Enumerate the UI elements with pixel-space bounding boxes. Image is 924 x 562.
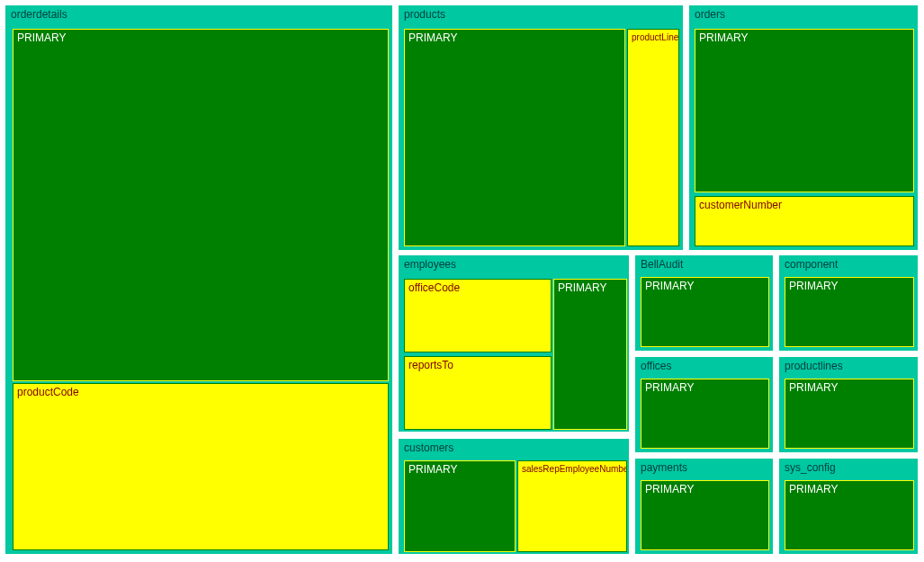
index-label: PRIMARY [408, 31, 457, 44]
table-label: offices [641, 360, 671, 372]
table-label: productlines [785, 360, 843, 372]
index-primary[interactable]: PRIMARY [13, 29, 389, 381]
table-orderdetails[interactable]: orderdetails PRIMARY productCode [4, 4, 394, 556]
index-label: PRIMARY [699, 31, 748, 44]
index-label: productCode [17, 386, 79, 398]
table-customers[interactable]: customers PRIMARY salesRepEmployeeNumber [397, 437, 631, 556]
table-label: sys_config [785, 461, 836, 474]
table-label: customers [404, 442, 453, 454]
index-customernumber[interactable]: customerNumber [695, 196, 914, 246]
index-label: reportsTo [408, 359, 453, 371]
index-primary[interactable]: PRIMARY [641, 277, 769, 347]
index-label: PRIMARY [645, 483, 694, 495]
index-salesrepemployeenumber[interactable]: salesRepEmployeeNumber [517, 460, 627, 552]
table-productlines[interactable]: productlines PRIMARY [777, 355, 920, 454]
table-label: employees [404, 258, 456, 271]
index-reportsto[interactable]: reportsTo [404, 356, 552, 430]
index-label: PRIMARY [789, 483, 838, 495]
index-primary[interactable]: PRIMARY [404, 460, 516, 552]
index-label: PRIMARY [17, 31, 66, 44]
index-label: salesRepEmployeeNumber [522, 463, 627, 476]
table-label: orders [695, 8, 725, 21]
table-employees[interactable]: employees officeCode reportsTo PRIMARY [397, 254, 631, 433]
index-label: PRIMARY [789, 381, 838, 394]
table-label: BellAudit [641, 258, 683, 271]
table-offices[interactable]: offices PRIMARY [633, 355, 775, 454]
index-productcode[interactable]: productCode [13, 383, 389, 550]
index-label: officeCode [408, 281, 460, 294]
table-component[interactable]: component PRIMARY [777, 254, 920, 352]
table-bellaudit[interactable]: BellAudit PRIMARY [633, 254, 775, 352]
table-label: component [785, 258, 838, 271]
table-label: payments [641, 461, 687, 474]
index-primary[interactable]: PRIMARY [695, 29, 914, 192]
index-label: PRIMARY [789, 280, 838, 292]
index-label: PRIMARY [645, 381, 694, 394]
index-label: productLine [632, 31, 678, 44]
table-label: orderdetails [11, 8, 67, 21]
table-sys-config[interactable]: sys_config PRIMARY [777, 457, 920, 556]
index-primary[interactable]: PRIMARY [785, 379, 914, 449]
index-productline[interactable]: productLine [627, 29, 679, 246]
index-primary[interactable]: PRIMARY [641, 480, 769, 550]
index-primary[interactable]: PRIMARY [641, 379, 769, 449]
table-products[interactable]: products PRIMARY productLine [397, 4, 685, 252]
index-primary[interactable]: PRIMARY [785, 277, 914, 347]
index-primary[interactable]: PRIMARY [404, 29, 625, 246]
index-primary[interactable]: PRIMARY [553, 279, 627, 430]
table-label: products [404, 8, 445, 21]
table-payments[interactable]: payments PRIMARY [633, 457, 775, 556]
index-label: customerNumber [699, 199, 782, 211]
index-primary[interactable]: PRIMARY [785, 480, 914, 550]
index-officecode[interactable]: officeCode [404, 279, 552, 352]
index-label: PRIMARY [645, 280, 694, 292]
index-label: PRIMARY [408, 463, 457, 476]
table-orders[interactable]: orders PRIMARY customerNumber [687, 4, 920, 252]
index-label: PRIMARY [558, 281, 606, 294]
